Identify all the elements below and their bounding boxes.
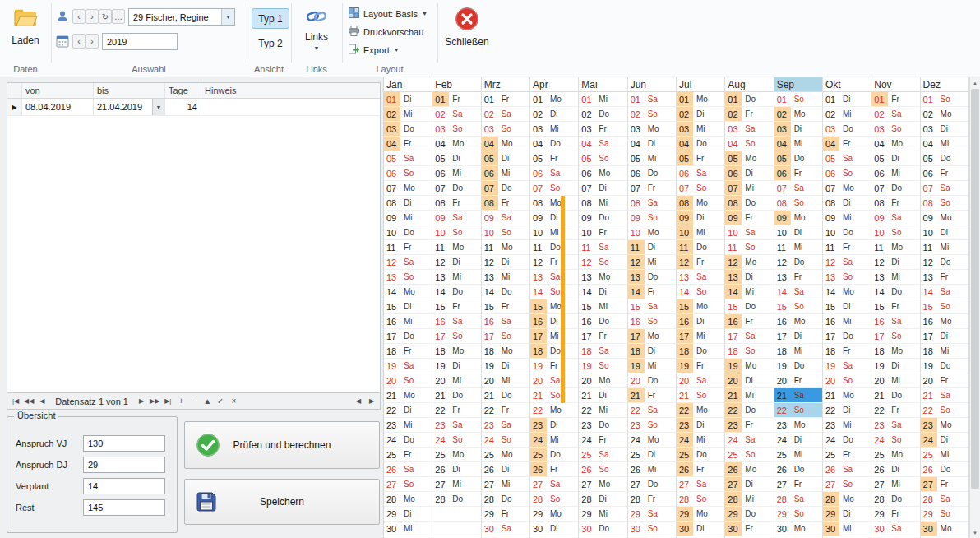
nav-prev-page-button[interactable]: ◀◀ — [22, 395, 35, 408]
calendar-day[interactable]: 28Fr — [628, 492, 676, 507]
calendar-day[interactable]: 25Fr — [384, 448, 432, 462]
cell-tage[interactable]: 14 — [165, 99, 201, 115]
calendar-day[interactable]: 23Mi — [384, 418, 432, 433]
calendar-day[interactable]: 21Do — [432, 388, 480, 403]
calendar-day[interactable]: 01So — [774, 92, 822, 107]
calendar-day[interactable]: 27Mi — [482, 477, 529, 492]
calendar-day[interactable]: 18Mi — [921, 344, 968, 359]
calendar-day[interactable]: 28Mo — [823, 492, 871, 507]
calendar-day[interactable]: 09So — [628, 211, 676, 225]
calendar-day[interactable]: 11Sa — [579, 240, 626, 255]
calendar-day[interactable]: 21Sa — [774, 388, 822, 403]
nav-add-button[interactable]: + — [174, 395, 187, 408]
calendar-day[interactable]: 22Fr — [871, 403, 919, 418]
calendar-day[interactable]: 06Mi — [432, 166, 480, 181]
calendar-day[interactable]: 10Sa — [725, 225, 773, 240]
year-next-button[interactable]: › — [86, 34, 99, 49]
calendar-day[interactable]: 08Fr — [482, 196, 529, 211]
calendar-day[interactable]: 13Di — [725, 270, 773, 285]
calendar-day[interactable]: 20Di — [725, 373, 773, 388]
calendar-day[interactable]: 06Fr — [774, 166, 822, 181]
calendar-day[interactable]: 10Do — [384, 225, 432, 240]
calendar-day[interactable]: 09Sa — [432, 211, 480, 225]
calendar-day[interactable]: 30Mi — [384, 522, 432, 536]
calendar-day[interactable]: 12Fr — [677, 255, 724, 270]
calendar-day[interactable]: 13Fr — [774, 270, 822, 285]
anspruch-dj-field[interactable]: 29 — [83, 457, 165, 473]
calendar-day[interactable]: 25Do — [677, 448, 724, 462]
calendar-day[interactable]: 02Do — [579, 107, 626, 122]
calendar-day[interactable]: 09Do — [579, 211, 626, 225]
calendar-day[interactable]: 02Sa — [432, 107, 480, 122]
calendar-day[interactable]: 20Mi — [871, 373, 919, 388]
scrollbar-thumb[interactable] — [971, 89, 979, 489]
calendar-day[interactable]: 04Do — [530, 137, 578, 151]
calendar-day[interactable]: 06Mi — [482, 166, 529, 181]
calendar-day[interactable]: 02Mo — [774, 107, 822, 122]
calendar-day[interactable]: 01Mo — [530, 92, 578, 107]
calendar-day[interactable]: 18Sa — [579, 344, 626, 359]
calendar-day[interactable]: 05Mi — [628, 151, 676, 166]
nav-cancel-button[interactable]: × — [227, 395, 240, 408]
calendar-day[interactable]: 15Mo — [530, 299, 578, 314]
year-prev-button[interactable]: ‹ — [72, 34, 86, 49]
calendar-day[interactable]: 22Fr — [482, 403, 529, 418]
calendar-day[interactable]: 29So — [921, 507, 968, 522]
calendar-day[interactable]: 05Do — [774, 151, 822, 166]
calendar-day[interactable]: 30Sa — [871, 522, 919, 536]
calendar-day[interactable]: 23Sa — [432, 418, 480, 433]
grid-header-hinweis[interactable]: Hinweis — [201, 83, 380, 98]
calendar-day[interactable]: 16Mo — [921, 314, 968, 329]
calendar-day[interactable]: 21So — [677, 388, 724, 403]
calendar-day[interactable]: 05So — [579, 151, 626, 166]
calendar-day[interactable]: 15Fr — [871, 299, 919, 314]
calendar-day[interactable]: 19Fr — [530, 359, 578, 373]
calendar-day[interactable]: 04Mo — [482, 137, 529, 151]
calendar-day[interactable]: 02Sa — [871, 107, 919, 122]
nav-last-button[interactable]: ▶| — [161, 395, 174, 408]
calendar-day[interactable]: 17Fr — [579, 329, 626, 344]
calendar-day[interactable]: 07Do — [432, 181, 480, 196]
calendar-day[interactable]: 16Fr — [725, 314, 773, 329]
verplant-field[interactable]: 14 — [83, 478, 165, 494]
calendar-day[interactable]: 11Fr — [823, 240, 871, 255]
calendar-day[interactable]: 24So — [482, 433, 529, 448]
calendar-day[interactable]: 18Do — [677, 344, 724, 359]
calendar-day[interactable]: 01Fr — [871, 92, 919, 107]
calendar-day[interactable]: 12Di — [871, 255, 919, 270]
calendar-day[interactable]: 23Mo — [774, 418, 822, 433]
calendar-day[interactable]: 08Fr — [871, 196, 919, 211]
calendar-day[interactable]: 26Di — [871, 462, 919, 477]
calendar-day[interactable]: 10So — [871, 225, 919, 240]
calendar-day[interactable]: 11Mo — [482, 240, 529, 255]
nav-prev-button[interactable]: ◀ — [35, 395, 49, 408]
calendar-day[interactable]: 20Fr — [774, 373, 822, 388]
calendar-day[interactable]: 12Do — [921, 255, 968, 270]
calendar-day[interactable]: 18So — [725, 344, 773, 359]
calendar-day[interactable]: 12Di — [432, 255, 480, 270]
calendar-day[interactable]: 14Do — [432, 285, 480, 299]
calendar-day[interactable]: 24Do — [823, 433, 871, 448]
calendar-day[interactable]: 10Fr — [579, 225, 626, 240]
calendar-day[interactable]: 26So — [579, 462, 626, 477]
calendar-day[interactable]: 14Do — [482, 285, 529, 299]
calendar-day[interactable]: 30Di — [530, 522, 578, 536]
anspruch-vj-field[interactable]: 130 — [83, 435, 165, 452]
calendar-day[interactable]: 19Do — [774, 359, 822, 373]
calendar-day[interactable]: 04Do — [677, 137, 724, 151]
calendar-day[interactable]: 13Do — [628, 270, 676, 285]
grid-header-von[interactable]: von — [22, 83, 94, 98]
calendar-day[interactable]: 23Mo — [921, 418, 968, 433]
calendar-day[interactable]: 27Sa — [530, 477, 578, 492]
grid-header-bis[interactable]: bis — [94, 83, 165, 98]
calendar-day[interactable]: 07Sa — [774, 181, 822, 196]
calendar-day[interactable]: 07Mo — [384, 181, 432, 196]
nav-post-button[interactable]: ✓ — [214, 395, 227, 408]
calendar-day[interactable]: 23Sa — [482, 418, 529, 433]
calendar-day[interactable]: 04Mo — [432, 137, 480, 151]
calendar-day[interactable]: 18Fr — [384, 344, 432, 359]
calendar-day[interactable]: 30Do — [579, 522, 626, 536]
calendar-day[interactable]: 11So — [725, 240, 773, 255]
chevron-down-icon[interactable]: ▼ — [221, 9, 234, 25]
nav-first-button[interactable]: |◀ — [9, 395, 22, 408]
